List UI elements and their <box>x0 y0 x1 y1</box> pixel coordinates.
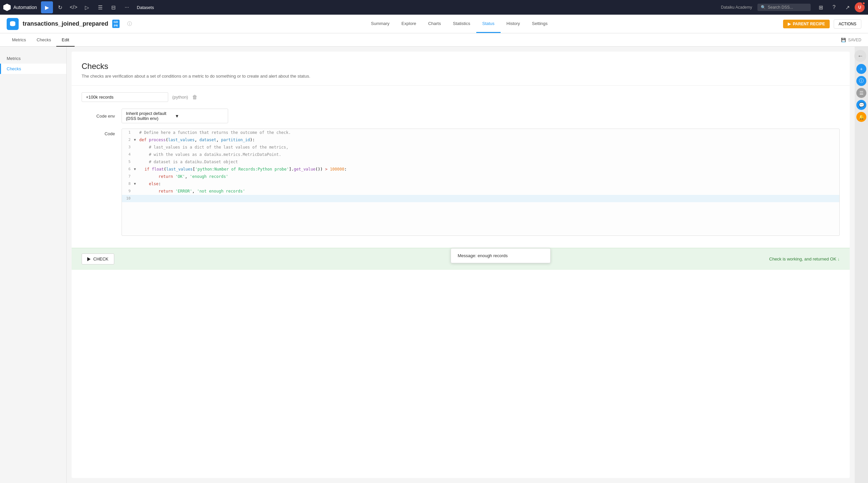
subnav-checks[interactable]: Checks <box>31 34 56 47</box>
check-play-icon <box>87 257 91 261</box>
tab-status[interactable]: Status <box>476 14 501 33</box>
sidebar-metrics-label: Metrics <box>7 56 21 61</box>
app-name: Automation <box>13 5 37 10</box>
datasets-label: Datasets <box>137 5 154 10</box>
sub-navigation: Metrics Checks Edit 💾 SAVED <box>0 33 868 47</box>
check-name-input[interactable] <box>82 92 168 102</box>
nav-jobs-icon[interactable]: ☰ <box>94 1 106 13</box>
tab-statistics[interactable]: Statistics <box>447 14 476 33</box>
code-env-label: Code env <box>82 114 115 119</box>
right-icon-chat[interactable]: 💬 <box>856 100 866 110</box>
actions-button[interactable]: ACTIONS <box>834 19 861 29</box>
check-tooltip: Message: enough records <box>451 248 551 263</box>
check-name-row: (python) 🗑 <box>82 92 840 102</box>
check-footer: CHECK Check is working, and returned OK … <box>72 248 850 270</box>
nav-flow-icon[interactable]: ▶ <box>41 1 53 13</box>
check-button-label: CHECK <box>93 256 108 262</box>
app-logo[interactable]: Automation <box>3 4 37 11</box>
saved-badge: 💾 SAVED <box>841 38 861 42</box>
parent-recipe-label: PARENT RECIPE <box>793 22 825 26</box>
sidebar-item-checks[interactable]: Checks <box>0 64 66 74</box>
dataset-tabs: Summary Explore Charts Statistics Status… <box>140 14 779 33</box>
nav-dashboard-icon[interactable]: ⊟ <box>107 1 120 13</box>
code-editor[interactable]: 1 # Define here a function that returns … <box>122 128 840 236</box>
help-icon[interactable]: ? <box>828 1 840 13</box>
tooltip-text: Message: enough records <box>458 253 507 258</box>
code-label: Code <box>82 128 115 236</box>
parent-recipe-play-icon: ▶ <box>788 22 791 26</box>
checks-header-section: Checks The checks are verification about… <box>72 52 850 86</box>
nav-code-icon[interactable]: </> <box>68 1 80 13</box>
dataset-header: transactions_joined_prepared GD PR ⓘ Sum… <box>0 14 868 33</box>
nav-refresh-icon[interactable]: ↻ <box>54 1 66 13</box>
nav-right-icons: ⊞ ? ↗ U <box>815 1 865 13</box>
check-type-label: (python) <box>172 95 188 99</box>
code-line-5: 5 # dataset is a dataiku.Dataset object <box>122 158 839 165</box>
academy-label[interactable]: Dataiku Academy <box>717 4 756 11</box>
code-editor-row: Code 1 # Define here a function that ret… <box>82 128 840 236</box>
sidebar-item-metrics[interactable]: Metrics <box>0 53 66 64</box>
dataset-name: transactions_joined_prepared <box>23 20 108 27</box>
top-navigation: Automation ▶ ↻ </> ▷ ☰ ⊟ ··· Datasets Da… <box>0 0 868 14</box>
nav-more-icon[interactable]: ··· <box>121 1 133 13</box>
code-env-value: Inherit project default (DSS builtin env… <box>126 111 175 121</box>
code-line-3: 3 # last_values is a dict of the last va… <box>122 144 839 151</box>
tab-summary[interactable]: Summary <box>365 14 396 33</box>
subnav-edit[interactable]: Edit <box>56 34 74 47</box>
main-layout: Metrics Checks Checks The checks are ver… <box>0 47 868 483</box>
apps-icon[interactable]: ⊞ <box>815 1 827 13</box>
save-icon: 💾 <box>841 38 846 42</box>
saved-label: SAVED <box>848 38 861 42</box>
right-sidebar: ← + ⓘ ☰ 💬 🔔 <box>855 47 868 483</box>
run-check-button[interactable]: CHECK <box>82 253 114 265</box>
content-area: Checks The checks are verification about… <box>72 52 850 478</box>
code-line-1: 1 # Define here a function that returns … <box>122 129 839 136</box>
code-line-2: 2 ▼ def process(last_values, dataset, pa… <box>122 136 839 144</box>
right-icon-info[interactable]: ⓘ <box>856 76 866 86</box>
check-result-text: Check is working, and returned OK ↓ <box>769 256 840 262</box>
code-env-select[interactable]: Inherit project default (DSS builtin env… <box>122 109 228 123</box>
code-line-4: 4 # with the values as a dataiku.metrics… <box>122 151 839 158</box>
back-arrow-icon[interactable]: ← <box>854 50 866 62</box>
actions-label: ACTIONS <box>839 22 856 26</box>
tab-explore[interactable]: Explore <box>395 14 422 33</box>
nav-run-icon[interactable]: ▷ <box>81 1 93 13</box>
search-icon: 🔍 <box>761 5 766 10</box>
user-avatar[interactable]: U <box>855 2 865 12</box>
dataset-icon <box>7 18 19 30</box>
search-box[interactable]: 🔍 Search DSS... <box>757 4 811 11</box>
code-line-8: 8 ▼ else: <box>122 180 839 187</box>
result-arrow-icon: ↓ <box>838 256 840 262</box>
code-env-row: Code env Inherit project default (DSS bu… <box>82 109 840 123</box>
tab-settings[interactable]: Settings <box>526 14 554 33</box>
right-icon-plus[interactable]: + <box>856 64 866 74</box>
code-editor-empty-space <box>122 202 839 236</box>
tab-charts[interactable]: Charts <box>422 14 447 33</box>
check-item: (python) 🗑 Code env Inherit project defa… <box>72 86 850 248</box>
search-placeholder: Search DSS... <box>768 5 793 10</box>
right-icon-notification[interactable]: 🔔 <box>856 112 866 122</box>
right-icon-list[interactable]: ☰ <box>856 88 866 98</box>
analytics-icon[interactable]: ↗ <box>841 1 854 13</box>
gdpr-badge: GD PR <box>112 20 120 28</box>
code-line-6: 6 ▼ if float(last_values['python:Number … <box>122 165 839 173</box>
checks-description: The checks are verification about a set … <box>82 73 840 79</box>
dataset-info-icon[interactable]: ⓘ <box>124 18 135 30</box>
notification-badge <box>862 2 865 5</box>
code-line-10: 10 <box>122 195 839 202</box>
parent-recipe-button[interactable]: ▶ PARENT RECIPE <box>783 20 829 28</box>
dropdown-arrow-icon: ▼ <box>175 114 224 119</box>
tab-history[interactable]: History <box>501 14 526 33</box>
sidebar-checks-label: Checks <box>7 66 21 71</box>
code-line-9: 9 return 'ERROR', 'not enough records' <box>122 187 839 195</box>
code-line-7: 7 return 'OK', 'enough records' <box>122 173 839 180</box>
subnav-metrics[interactable]: Metrics <box>7 34 31 47</box>
checks-title: Checks <box>82 62 840 71</box>
sidebar: Metrics Checks <box>0 47 67 483</box>
delete-check-icon[interactable]: 🗑 <box>192 94 197 100</box>
logo-hexagon-icon <box>3 4 11 11</box>
